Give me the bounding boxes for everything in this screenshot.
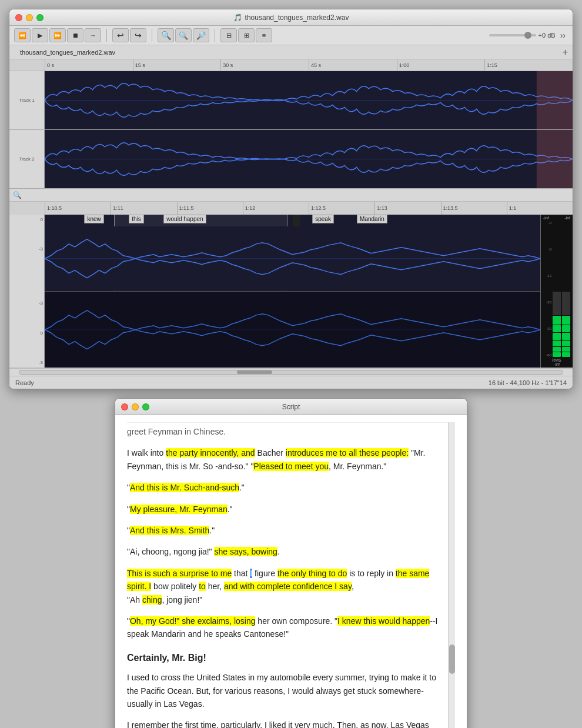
- script-window: Script greet Feynman in Chinese. I walk …: [115, 398, 467, 728]
- script-para-3: "My pleasure, Mr. Feynman.": [127, 503, 448, 516]
- zoom-mark-5: 1:12.5: [309, 202, 374, 215]
- close-button[interactable]: [15, 14, 22, 21]
- minimize-button[interactable]: [26, 14, 33, 21]
- script-para-7: "Oh, my God!" she exclaims, losing her o…: [127, 615, 448, 641]
- record-button[interactable]: →: [85, 28, 101, 42]
- zoom-mark-6: 1:13: [374, 202, 440, 215]
- window-controls: [15, 14, 44, 21]
- view-tools: ⊟ ⊞ ≡: [220, 28, 272, 42]
- ruler-mark-115: 1:15: [484, 59, 573, 71]
- p1-hl-3: Pleased to meet you: [253, 462, 329, 471]
- vu-meter: -inf -inf -0 -6 -12 -20 -30 -60: [540, 215, 573, 368]
- zoom-mark-2: 1:11: [111, 202, 176, 215]
- edit-controls: ↩ ↪: [112, 28, 146, 42]
- expand-button[interactable]: ⊞: [238, 28, 255, 42]
- volume-slider[interactable]: [489, 34, 536, 36]
- waveform-canvas-2[interactable]: [45, 130, 573, 188]
- script-para-5: "Ai, choong, ngong jia!" she says, bowin…: [127, 545, 448, 558]
- expand-arrow[interactable]: ››: [558, 29, 568, 41]
- p1-hl-1: the party innocently, and: [166, 448, 255, 457]
- stop-button[interactable]: ⏹: [67, 28, 83, 42]
- track-button[interactable]: ≡: [256, 28, 272, 42]
- scrollbar-area: [9, 368, 573, 376]
- waveform-canvas-1[interactable]: [45, 71, 573, 129]
- p6-hl-5: and with complete confidence I say: [224, 582, 352, 591]
- script-close-button[interactable]: [121, 403, 128, 410]
- ruler-mark-0: 0 s: [45, 59, 133, 71]
- zoom-in-button[interactable]: 🔍: [158, 28, 174, 42]
- volume-thumb: [524, 32, 531, 39]
- main-toolbar: ⏪ ▶ ⏩ ⏹ → ↩ ↪ 🔍 🔍 🔎 ⊟ ⊞ ≡ +0 dB ››: [9, 26, 573, 45]
- script-min-button[interactable]: [132, 403, 139, 410]
- script-scrollbar[interactable]: [448, 422, 455, 728]
- db-scale-upper: 0 -3 -3 0 -3: [9, 215, 44, 368]
- script-para-9: I remember the first time, particularly,…: [127, 719, 448, 728]
- p6-hl-4: to: [199, 582, 206, 591]
- scrollbar-thumb[interactable]: [237, 370, 272, 374]
- zoom-timeline: 🔍 1:10.5 1:11 1:11.5 1:12 1:12.5 1:13 1:…: [9, 189, 573, 368]
- zoom-fit-button[interactable]: 🔎: [193, 28, 209, 42]
- track-1-label: Track 1: [9, 71, 45, 129]
- script-para-4: "And this is Mrs. Smith.": [127, 524, 448, 537]
- ruler-mark-100: 1:00: [397, 59, 485, 71]
- divider-1: [106, 29, 107, 42]
- status-bar: Ready 16 bit - 44,100 Hz - 1'17"14: [9, 376, 573, 389]
- p6-hl-blue: I: [250, 569, 252, 578]
- p1-t2: Bacher: [255, 448, 286, 457]
- waveform-track-2: Track 2: [9, 130, 573, 189]
- script-content: greet Feynman in Chinese. I walk into th…: [127, 422, 448, 728]
- script-para-6: This is such a surprise to me that I fig…: [127, 567, 448, 606]
- script-window-title: Script: [282, 403, 300, 411]
- script-para-8: I used to cross the United States in my …: [127, 671, 448, 710]
- detail-waveform-upper: [45, 226, 540, 291]
- detail-lower-track[interactable]: [45, 292, 540, 368]
- detail-tracks: 0 -3 -3 0 -3 knew: [9, 215, 573, 368]
- svg-rect-2: [537, 71, 573, 129]
- p1-t4: , Mr. Feynman.": [329, 462, 386, 471]
- ruler-mark-45: 45 s: [309, 59, 397, 71]
- undo-button[interactable]: ↩: [112, 28, 129, 42]
- track-2-label: Track 2: [9, 130, 45, 188]
- horizontal-scrollbar[interactable]: [19, 370, 563, 375]
- divider-2: [152, 29, 152, 42]
- p2-hl: And this is Mr. Such-and-such: [130, 483, 239, 492]
- ruler-mark-30: 30 s: [220, 59, 309, 71]
- zoom-ruler: 1:10.5 1:11 1:11.5 1:12 1:12.5 1:13 1:13…: [9, 202, 573, 215]
- vu-bars-container: -0 -6 -12 -20 -30 -60: [542, 220, 571, 358]
- anno-speak: speak: [312, 215, 334, 223]
- zoom-tools: 🔍 🔍 🔎: [158, 28, 209, 42]
- p7-hl-1: Oh, my God!" she exclaims, losing: [130, 616, 256, 626]
- zoom-mark-4: 1:12: [243, 202, 309, 215]
- ruler-mark-15: 15 s: [133, 59, 221, 71]
- title-bar: 🎵 thousand_tongues_marked2.wav: [9, 9, 573, 26]
- anno-knew: knew: [84, 215, 103, 223]
- p4-hl: And this is Mrs. Smith: [130, 526, 209, 535]
- zoom-mark-8: 1:1: [507, 202, 573, 215]
- p7-hl-2: I knew this would happen: [337, 616, 430, 626]
- play-button[interactable]: ▶: [32, 28, 48, 42]
- redo-button[interactable]: ↪: [130, 28, 146, 42]
- skip-button[interactable]: ⏩: [49, 28, 66, 42]
- script-window-controls: [121, 403, 149, 410]
- detail-upper-track[interactable]: knew this would happen speak Mandarin: [45, 215, 540, 292]
- add-tab-button[interactable]: +: [563, 48, 568, 57]
- status-info: 16 bit - 44,100 Hz - 1'17"14: [489, 379, 567, 386]
- db-scale-left: 0 -3 -3 0 -3: [9, 215, 45, 368]
- script-scroll-thumb[interactable]: [449, 644, 455, 674]
- p1-text: I walk into: [127, 448, 166, 457]
- rewind-button[interactable]: ⏪: [14, 28, 31, 42]
- zoom-mark-1: 1:10.5: [45, 202, 111, 215]
- script-max-button[interactable]: [142, 403, 149, 410]
- maximize-button[interactable]: [36, 14, 44, 21]
- vu-rms-label: RMS-inf: [552, 358, 561, 366]
- collapse-button[interactable]: ⊟: [220, 28, 237, 42]
- p5-hl: she says, bowing: [214, 547, 277, 556]
- detail-track-area: knew this would happen speak Mandarin: [45, 215, 540, 368]
- file-tab[interactable]: thousand_tongues_marked2.wav: [14, 48, 121, 57]
- zoom-out-button[interactable]: 🔍: [175, 28, 192, 42]
- file-tab-bar: thousand_tongues_marked2.wav +: [9, 45, 573, 59]
- chapter-heading-1: Certainly, Mr. Big!: [127, 650, 448, 666]
- waveform-svg-2: [45, 130, 573, 188]
- svg-rect-5: [537, 130, 573, 188]
- zoom-mark-3: 1:11.5: [177, 202, 243, 215]
